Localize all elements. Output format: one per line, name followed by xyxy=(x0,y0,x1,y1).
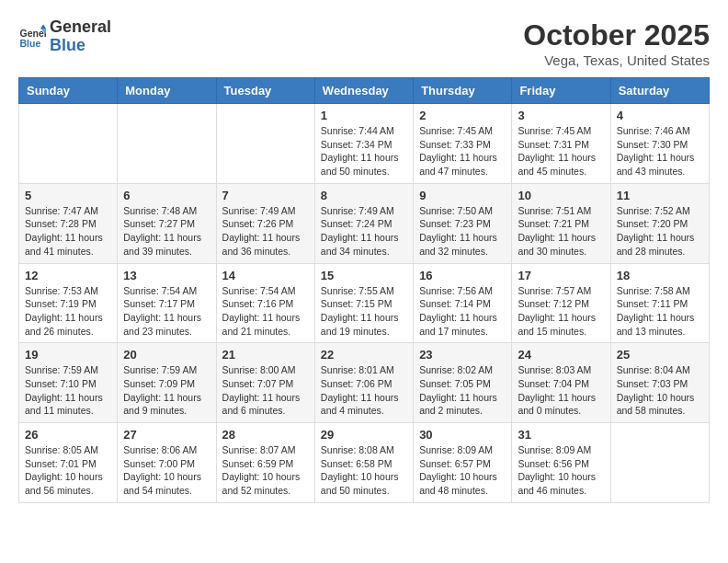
day-cell: 6Sunrise: 7:48 AMSunset: 7:27 PMDaylight… xyxy=(118,183,216,263)
month-title: October 2025 xyxy=(523,18,710,52)
day-number: 21 xyxy=(222,348,309,362)
day-cell: 18Sunrise: 7:58 AMSunset: 7:11 PMDayligh… xyxy=(610,263,709,343)
day-number: 1 xyxy=(321,109,407,122)
day-number: 29 xyxy=(321,428,407,442)
day-info: Sunrise: 8:02 AMSunset: 7:05 PMDaylight:… xyxy=(419,363,506,418)
day-cell: 23Sunrise: 8:02 AMSunset: 7:05 PMDayligh… xyxy=(414,343,512,423)
day-cell: 28Sunrise: 8:07 AMSunset: 6:59 PMDayligh… xyxy=(216,423,314,503)
day-number: 18 xyxy=(617,269,703,282)
day-number: 10 xyxy=(518,189,604,202)
day-info: Sunrise: 7:58 AMSunset: 7:11 PMDaylight:… xyxy=(617,284,703,339)
location: Vega, Texas, United States xyxy=(523,52,710,68)
day-number: 20 xyxy=(123,348,210,362)
day-number: 2 xyxy=(419,109,506,122)
day-info: Sunrise: 7:49 AMSunset: 7:24 PMDaylight:… xyxy=(321,204,407,259)
day-cell: 19Sunrise: 7:59 AMSunset: 7:10 PMDayligh… xyxy=(19,343,118,423)
day-number: 22 xyxy=(321,348,407,362)
day-cell: 7Sunrise: 7:49 AMSunset: 7:26 PMDaylight… xyxy=(216,183,314,263)
day-number: 12 xyxy=(25,269,111,282)
day-info: Sunrise: 7:51 AMSunset: 7:21 PMDaylight:… xyxy=(518,204,604,259)
day-cell: 9Sunrise: 7:50 AMSunset: 7:23 PMDaylight… xyxy=(414,183,512,263)
day-info: Sunrise: 7:45 AMSunset: 7:33 PMDaylight:… xyxy=(419,124,506,178)
day-number: 15 xyxy=(321,269,407,282)
day-cell: 24Sunrise: 8:03 AMSunset: 7:04 PMDayligh… xyxy=(512,343,610,423)
day-cell: 16Sunrise: 7:56 AMSunset: 7:14 PMDayligh… xyxy=(414,263,512,343)
title-area: October 2025 Vega, Texas, United States xyxy=(523,18,710,68)
day-cell: 5Sunrise: 7:47 AMSunset: 7:28 PMDaylight… xyxy=(19,183,118,263)
day-number: 9 xyxy=(419,189,506,202)
day-info: Sunrise: 8:01 AMSunset: 7:06 PMDaylight:… xyxy=(321,363,407,418)
day-cell xyxy=(216,104,314,184)
svg-text:Blue: Blue xyxy=(20,37,41,48)
day-cell: 25Sunrise: 8:04 AMSunset: 7:03 PMDayligh… xyxy=(610,343,709,423)
day-info: Sunrise: 7:46 AMSunset: 7:30 PMDaylight:… xyxy=(617,124,703,178)
day-cell: 29Sunrise: 8:08 AMSunset: 6:58 PMDayligh… xyxy=(314,423,413,503)
day-cell xyxy=(19,104,118,184)
svg-marker-2 xyxy=(40,24,46,29)
day-number: 26 xyxy=(25,428,111,442)
day-info: Sunrise: 7:47 AMSunset: 7:28 PMDaylight:… xyxy=(25,204,111,259)
day-cell: 13Sunrise: 7:54 AMSunset: 7:17 PMDayligh… xyxy=(118,263,216,343)
day-cell: 21Sunrise: 8:00 AMSunset: 7:07 PMDayligh… xyxy=(216,343,314,423)
day-cell: 27Sunrise: 8:06 AMSunset: 7:00 PMDayligh… xyxy=(118,423,216,503)
day-number: 19 xyxy=(25,348,111,362)
day-cell: 22Sunrise: 8:01 AMSunset: 7:06 PMDayligh… xyxy=(314,343,413,423)
day-cell: 4Sunrise: 7:46 AMSunset: 7:30 PMDaylight… xyxy=(610,104,709,184)
day-cell: 15Sunrise: 7:55 AMSunset: 7:15 PMDayligh… xyxy=(314,263,413,343)
day-number: 6 xyxy=(123,189,210,202)
day-cell: 31Sunrise: 8:09 AMSunset: 6:56 PMDayligh… xyxy=(512,423,610,503)
day-info: Sunrise: 7:59 AMSunset: 7:10 PMDaylight:… xyxy=(25,363,111,418)
day-number: 17 xyxy=(518,269,604,282)
day-number: 14 xyxy=(222,269,309,282)
day-cell xyxy=(118,104,216,184)
logo-text-general: General xyxy=(50,18,111,37)
day-number: 27 xyxy=(123,428,210,442)
day-cell: 20Sunrise: 7:59 AMSunset: 7:09 PMDayligh… xyxy=(118,343,216,423)
day-cell: 3Sunrise: 7:45 AMSunset: 7:31 PMDaylight… xyxy=(512,104,610,184)
weekday-header-saturday: Saturday xyxy=(610,78,709,104)
day-number: 3 xyxy=(518,109,604,122)
day-number: 4 xyxy=(617,109,703,122)
day-info: Sunrise: 8:04 AMSunset: 7:03 PMDaylight:… xyxy=(617,363,703,418)
weekday-header-monday: Monday xyxy=(118,78,216,104)
day-number: 7 xyxy=(222,189,309,202)
weekday-header-friday: Friday xyxy=(512,78,610,104)
day-number: 5 xyxy=(25,189,111,202)
weekday-header-wednesday: Wednesday xyxy=(314,78,413,104)
day-info: Sunrise: 7:59 AMSunset: 7:09 PMDaylight:… xyxy=(123,363,210,418)
weekday-header-row: SundayMondayTuesdayWednesdayThursdayFrid… xyxy=(19,78,710,104)
logo: General Blue General Blue xyxy=(18,18,111,55)
day-info: Sunrise: 8:05 AMSunset: 7:01 PMDaylight:… xyxy=(25,443,111,498)
day-info: Sunrise: 8:03 AMSunset: 7:04 PMDaylight:… xyxy=(518,363,604,418)
day-cell: 8Sunrise: 7:49 AMSunset: 7:24 PMDaylight… xyxy=(314,183,413,263)
day-number: 24 xyxy=(518,348,604,362)
day-info: Sunrise: 7:53 AMSunset: 7:19 PMDaylight:… xyxy=(25,284,111,339)
day-info: Sunrise: 7:44 AMSunset: 7:34 PMDaylight:… xyxy=(321,124,407,178)
day-cell: 11Sunrise: 7:52 AMSunset: 7:20 PMDayligh… xyxy=(610,183,709,263)
day-number: 11 xyxy=(617,189,703,202)
calendar: SundayMondayTuesdayWednesdayThursdayFrid… xyxy=(18,77,710,503)
day-number: 16 xyxy=(419,269,506,282)
page-header: General Blue General Blue October 2025 V… xyxy=(18,18,710,68)
day-number: 28 xyxy=(222,428,309,442)
weekday-header-tuesday: Tuesday xyxy=(216,78,314,104)
day-number: 25 xyxy=(617,348,703,362)
week-row-2: 5Sunrise: 7:47 AMSunset: 7:28 PMDaylight… xyxy=(19,183,710,263)
day-info: Sunrise: 7:50 AMSunset: 7:23 PMDaylight:… xyxy=(419,204,506,259)
day-info: Sunrise: 8:09 AMSunset: 6:57 PMDaylight:… xyxy=(419,443,506,498)
day-cell: 2Sunrise: 7:45 AMSunset: 7:33 PMDaylight… xyxy=(414,104,512,184)
day-info: Sunrise: 7:48 AMSunset: 7:27 PMDaylight:… xyxy=(123,204,210,259)
day-info: Sunrise: 7:54 AMSunset: 7:16 PMDaylight:… xyxy=(222,284,309,339)
day-cell: 30Sunrise: 8:09 AMSunset: 6:57 PMDayligh… xyxy=(414,423,512,503)
day-info: Sunrise: 7:57 AMSunset: 7:12 PMDaylight:… xyxy=(518,284,604,339)
week-row-1: 1Sunrise: 7:44 AMSunset: 7:34 PMDaylight… xyxy=(19,104,710,184)
day-info: Sunrise: 7:52 AMSunset: 7:20 PMDaylight:… xyxy=(617,204,703,259)
day-number: 13 xyxy=(123,269,210,282)
day-info: Sunrise: 8:09 AMSunset: 6:56 PMDaylight:… xyxy=(518,443,604,498)
day-cell xyxy=(610,423,709,503)
day-info: Sunrise: 8:06 AMSunset: 7:00 PMDaylight:… xyxy=(123,443,210,498)
day-info: Sunrise: 8:00 AMSunset: 7:07 PMDaylight:… xyxy=(222,363,309,418)
day-cell: 1Sunrise: 7:44 AMSunset: 7:34 PMDaylight… xyxy=(314,104,413,184)
day-number: 8 xyxy=(321,189,407,202)
day-info: Sunrise: 7:49 AMSunset: 7:26 PMDaylight:… xyxy=(222,204,309,259)
